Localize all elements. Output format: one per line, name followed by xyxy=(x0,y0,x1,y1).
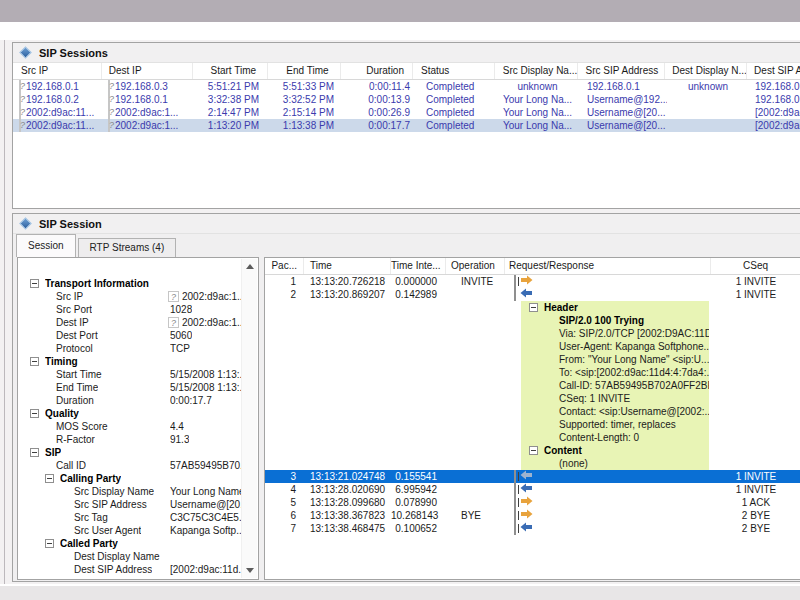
cell-dest_sip: [2002:d9ac:... xyxy=(749,119,800,132)
session-row[interactable]: 192.168.0.1192.168.0.35:51:21 PM5:51:33 … xyxy=(13,80,800,93)
column-header-msg-4[interactable]: Request/Response xyxy=(505,258,711,274)
column-header-start_time[interactable]: Start Time xyxy=(193,63,269,79)
tree-item[interactable]: R-Factor91.3 xyxy=(18,433,243,446)
column-header-dest_display[interactable]: Dest Display N... xyxy=(665,63,747,79)
cell-cseq: 1 INVITE xyxy=(711,288,800,301)
tree-item[interactable]: Called Party xyxy=(18,537,243,550)
tree-item[interactable]: Dest Display Name xyxy=(18,550,243,563)
tree-item[interactable]: Src SIP AddressUsername@[20... xyxy=(18,498,243,511)
session-row[interactable]: 2002:d9ac:11...2002:d9ac:1...2:14:47 PM2… xyxy=(13,106,800,119)
tree-item[interactable]: Dest Port5060 xyxy=(18,329,243,342)
tree-item[interactable]: Src Port1028 xyxy=(18,303,243,316)
cell-request-response: ACK sip:Username@[2002:D9AC:11... xyxy=(505,496,711,509)
collapse-icon[interactable] xyxy=(45,474,54,483)
tree-item-value: Your Long Name xyxy=(170,485,245,498)
cell-num: 2 xyxy=(265,288,304,301)
column-header-src_display[interactable]: Src Display Na... xyxy=(495,63,578,79)
column-header-duration[interactable]: Duration xyxy=(341,63,413,79)
sip-message-row[interactable]: 713:13:38.4684750.100652200 OK2 BYE xyxy=(265,522,800,535)
panel-title: SIP Session xyxy=(39,218,102,230)
session-row[interactable]: 2002:d9ac:11...2002:d9ac:1...1:13:20 PM1… xyxy=(13,119,800,132)
tree-item[interactable]: Duration0:00:17.7 xyxy=(18,394,243,407)
sip-messages-panel: Pac...TimeTime Inte...OperationRequest/R… xyxy=(264,257,800,580)
tree-item-label: Src User Agent xyxy=(74,524,141,537)
tree-item-label: Timing xyxy=(45,355,78,368)
cell-num: 7 xyxy=(265,522,304,535)
collapse-icon[interactable] xyxy=(529,303,538,312)
tree-item[interactable]: Call ID57AB59495B70... xyxy=(18,459,243,472)
cell-time: 13:13:21.024748 xyxy=(304,470,391,483)
column-header-msg-2[interactable]: Time Inte... xyxy=(391,258,446,274)
sip-message-row[interactable]: 313:13:21.0247480.155541180 Ringing1 INV… xyxy=(265,470,800,483)
column-header-src_ip[interactable]: Src IP xyxy=(13,63,102,79)
expand-icon[interactable] xyxy=(514,522,516,535)
expand-icon[interactable] xyxy=(514,509,516,522)
tree-value-text: [2002:d9ac:11d... xyxy=(170,563,247,576)
expand-icon[interactable] xyxy=(514,470,516,483)
sip-sessions-panel: SIP Sessions Src IPDest IPStart TimeEnd … xyxy=(12,42,800,209)
column-header-msg-1[interactable]: Time xyxy=(304,258,391,274)
sip-message-row[interactable]: 413:13:28.0206906.995942200 OK1 INVITE xyxy=(265,483,800,496)
cell-src_sip: Username@192... xyxy=(579,93,667,106)
tree-item-value: Username@[20... xyxy=(170,498,249,511)
collapse-icon[interactable] xyxy=(30,409,39,418)
cell-operation xyxy=(446,496,505,509)
tree-item[interactable]: Dest IP2002:d9ac:1... xyxy=(18,316,243,329)
tab-rtp-streams-4-[interactable]: RTP Streams (4) xyxy=(78,238,177,257)
cell-end_time: 5:51:33 PM xyxy=(269,80,342,93)
cell-text: 192.168.0.3 xyxy=(115,81,168,92)
tree-item[interactable]: Quality xyxy=(18,407,243,420)
expand-icon[interactable] xyxy=(514,483,516,496)
tree-item[interactable]: Src Display NameYour Long Name xyxy=(18,485,243,498)
scroll-down-icon[interactable] xyxy=(246,568,254,573)
tree-item-label: SIP xyxy=(45,446,61,459)
sip-session-header: SIP Session xyxy=(13,214,800,234)
sip-header-detail: HeaderSIP/2.0 100 TryingVia: SIP/2.0/TCP… xyxy=(521,301,709,470)
tree-item-left: Src SIP Address xyxy=(18,498,168,511)
tree-item[interactable]: Start Time5/15/2008 1:13:... xyxy=(18,368,243,381)
cell-operation xyxy=(446,522,505,535)
tree-item[interactable]: SIP xyxy=(18,446,243,459)
collapse-icon[interactable] xyxy=(529,446,538,455)
collapse-icon[interactable] xyxy=(30,279,39,288)
tree-item[interactable]: Timing xyxy=(18,355,243,368)
tree-item[interactable]: Src TagC3C75C3C4E5... xyxy=(18,511,243,524)
scroll-up-icon[interactable] xyxy=(246,264,254,269)
session-row[interactable]: 192.168.0.2192.168.0.13:32:38 PM3:32:52 … xyxy=(13,93,800,106)
expand-icon[interactable] xyxy=(514,275,516,288)
sip-session-panel: SIP Session SessionRTP Streams (4) Trans… xyxy=(12,213,800,582)
tree-item[interactable]: Calling Party xyxy=(18,472,243,485)
tab-session[interactable]: Session xyxy=(16,234,76,257)
collapse-icon[interactable] xyxy=(45,539,54,548)
column-header-end_time[interactable]: End Time xyxy=(268,63,341,79)
column-header-status[interactable]: Status xyxy=(413,63,495,79)
sip-message-row[interactable]: 113:13:20.7262180.000000INVITEINVITE sip… xyxy=(265,275,800,288)
column-header-src_sip[interactable]: Src SIP Address xyxy=(578,63,666,79)
sip-header-line: Via: SIP/2.0/TCP [2002:D9AC:11D... xyxy=(521,327,709,340)
tree-item[interactable]: ProtocolTCP xyxy=(18,342,243,355)
expand-icon[interactable] xyxy=(514,496,516,509)
column-header-dest_sip[interactable]: Dest SIP Add... xyxy=(747,63,800,79)
tree-item[interactable]: MOS Score4.4 xyxy=(18,420,243,433)
cell-time: 13:13:38.468475 xyxy=(304,522,391,535)
sip-message-row[interactable]: 513:13:28.0996800.078990ACK sip:Username… xyxy=(265,496,800,509)
collapse-icon[interactable] xyxy=(30,357,39,366)
tree-item-label: Quality xyxy=(45,407,79,420)
tree-value-text: TCP xyxy=(170,342,190,355)
tree-scrollbar[interactable] xyxy=(241,259,257,578)
sip-message-row[interactable]: 213:13:20.8692070.142989100 Trying1 INVI… xyxy=(265,288,800,301)
tree-item[interactable]: Transport Information xyxy=(18,277,243,290)
column-header-msg-3[interactable]: Operation xyxy=(446,258,505,274)
column-header-dest_ip[interactable]: Dest IP xyxy=(102,63,193,79)
column-header-msg-5[interactable]: CSeq xyxy=(711,258,800,274)
collapse-icon[interactable] xyxy=(30,448,39,457)
collapse-icon[interactable] xyxy=(514,288,516,301)
detail-header-label: Header xyxy=(544,301,578,314)
sip-message-row[interactable]: 613:13:38.36782310.268143BYEBYE sip:User… xyxy=(265,509,800,522)
tree-item[interactable]: Src User AgentKapanga Softp... xyxy=(18,524,243,537)
tree-item[interactable]: Dest SIP Address[2002:d9ac:11d... xyxy=(18,563,243,576)
tree-item[interactable]: Src IP2002:d9ac:1... xyxy=(18,290,243,303)
tree-item[interactable]: End Time5/15/2008 1:13:... xyxy=(18,381,243,394)
column-header-msg-0[interactable]: Pac... xyxy=(265,258,304,274)
tree-item-value: C3C75C3C4E5... xyxy=(170,511,247,524)
